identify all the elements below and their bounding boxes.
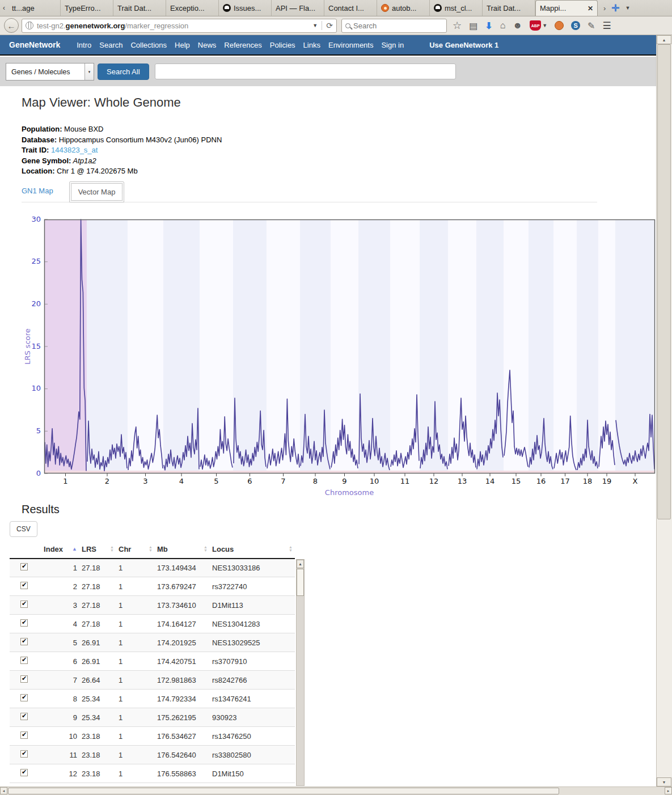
- browser-tab-8[interactable]: mst_cl...: [430, 0, 483, 16]
- home-icon[interactable]: ⌂: [500, 20, 506, 31]
- brand-genenetwork[interactable]: GeneNetwork: [9, 40, 60, 49]
- x-tick-label-14: 14: [479, 477, 501, 485]
- tab-label: mst_cl...: [445, 4, 472, 12]
- browser-tab-9[interactable]: Trait Dat...: [483, 0, 535, 16]
- close-tab-icon[interactable]: ✕: [588, 5, 593, 12]
- column-header-locus[interactable]: Locus▲▼: [210, 542, 295, 559]
- page-horizontal-scrollbar[interactable]: ◂ ▸: [0, 786, 672, 795]
- adblock-icon[interactable]: ABP: [530, 20, 541, 31]
- chat-icon[interactable]: ☻: [513, 20, 522, 31]
- results-table-wrap: Index▲LRS▲▼Chr▲▼Mb▲▼Locus▲▼ 127.181173.1…: [10, 542, 305, 784]
- sort-ascending-icon[interactable]: ▲: [72, 546, 77, 552]
- row-checkbox[interactable]: [20, 694, 28, 701]
- adblock-dropdown-icon[interactable]: ▼: [542, 23, 547, 28]
- browser-tab-6[interactable]: Contact I...: [324, 0, 377, 16]
- column-header-mb[interactable]: Mb▲▼: [155, 542, 210, 559]
- meta-value: Atp1a2: [71, 157, 96, 165]
- table-scroll-thumb[interactable]: [297, 569, 304, 596]
- tab-vector-map[interactable]: Vector Map: [69, 181, 125, 202]
- addon-s-icon[interactable]: S: [571, 21, 580, 30]
- nav-item-sign-in[interactable]: Sign in: [377, 41, 408, 49]
- browser-tab-3[interactable]: Exceptio...: [166, 0, 219, 16]
- sort-icon[interactable]: ▲▼: [110, 545, 114, 552]
- category-select[interactable]: Genes / Molecules ▾: [6, 63, 94, 81]
- browser-tab-10[interactable]: Mappi...✕: [535, 0, 598, 16]
- row-checkbox[interactable]: [20, 619, 28, 627]
- tab-scroll-right-icon[interactable]: ›: [603, 4, 606, 12]
- browser-tab-4[interactable]: Issues...: [219, 0, 272, 16]
- table-row-3: 327.181173.734610D1Mit113: [10, 596, 295, 615]
- row-checkbox[interactable]: [20, 601, 28, 608]
- row-checkbox[interactable]: [20, 675, 28, 683]
- row-checkbox[interactable]: [20, 638, 28, 645]
- tab-scroll-left-icon[interactable]: ‹: [0, 0, 8, 16]
- nav-item-help[interactable]: Help: [171, 41, 194, 49]
- scroll-up-icon[interactable]: ▲: [657, 35, 671, 44]
- vertical-scroll-thumb[interactable]: [657, 44, 671, 519]
- cell-index: 4: [35, 615, 79, 633]
- browser-search-input[interactable]: Search: [341, 19, 447, 33]
- scroll-left-icon[interactable]: ◂: [0, 787, 7, 794]
- browser-url-bar: ← test-gn2.genenetwork.org/marker_regres…: [0, 16, 672, 35]
- browser-tab-5[interactable]: API — Fla...: [272, 0, 324, 16]
- row-checkbox[interactable]: [20, 769, 28, 776]
- row-checkbox[interactable]: [20, 582, 28, 589]
- menu-icon[interactable]: ☰: [603, 20, 611, 32]
- x-tick-label-11: 11: [394, 477, 416, 485]
- tab-label: API — Fla...: [276, 4, 315, 12]
- column-header-chr[interactable]: Chr▲▼: [116, 542, 155, 559]
- nav-item-references[interactable]: References: [220, 41, 265, 49]
- browser-tab-1[interactable]: TypeErro...: [61, 0, 113, 16]
- sort-icon[interactable]: ▲▼: [289, 545, 293, 552]
- browser-tab-0[interactable]: tt...age: [8, 0, 61, 16]
- global-search-input[interactable]: [155, 64, 456, 79]
- browser-tab-2[interactable]: Trait Dat...: [113, 0, 166, 16]
- bookmark-star-icon[interactable]: ☆: [453, 19, 462, 32]
- sort-icon[interactable]: ▲▼: [149, 545, 153, 552]
- results-title: Results: [22, 503, 656, 516]
- tab-gn1-map[interactable]: GN1 Map: [22, 187, 61, 202]
- nav-item-policies[interactable]: Policies: [266, 41, 299, 49]
- table-scrollbar[interactable]: ▲: [296, 559, 305, 786]
- edit-icon[interactable]: ✎: [588, 20, 595, 31]
- select-dropdown-icon[interactable]: ▾: [84, 64, 94, 80]
- reading-list-icon[interactable]: ▤: [469, 20, 477, 31]
- reload-icon[interactable]: ⟳: [322, 21, 333, 30]
- scroll-right-icon[interactable]: ▸: [665, 787, 672, 794]
- column-header-index[interactable]: Index▲: [35, 542, 79, 559]
- nav-item-intro[interactable]: Intro: [73, 41, 95, 49]
- row-checkbox[interactable]: [20, 750, 28, 758]
- meta-value[interactable]: 1443823_s_at: [49, 146, 98, 154]
- page-vertical-scrollbar[interactable]: ▲ ▼: [656, 35, 672, 786]
- nav-item-links[interactable]: Links: [299, 41, 324, 49]
- row-checkbox[interactable]: [20, 731, 28, 739]
- back-button[interactable]: ←: [4, 18, 19, 33]
- row-checkbox[interactable]: [20, 657, 28, 664]
- nav-item-collections[interactable]: Collections: [126, 41, 171, 49]
- table-row-9: 925.341175.262195930923: [10, 708, 295, 727]
- cell-lrs: 23.18: [79, 746, 116, 764]
- nav-item-environments[interactable]: Environments: [324, 41, 377, 49]
- browser-tab-7[interactable]: autob...: [377, 0, 430, 16]
- table-scroll-up-icon[interactable]: ▲: [297, 560, 304, 568]
- scroll-down-icon[interactable]: ▼: [657, 777, 671, 786]
- row-checkbox[interactable]: [20, 713, 28, 720]
- search-all-button[interactable]: Search All: [98, 64, 149, 80]
- nav-item-news[interactable]: News: [194, 41, 221, 49]
- use-genenetwork1-link[interactable]: Use GeneNetwork 1: [429, 41, 498, 49]
- url-field[interactable]: test-gn2.genenetwork.org/marker_regressi…: [22, 19, 337, 33]
- nav-item-search[interactable]: Search: [95, 41, 126, 49]
- tab-list-dropdown-icon[interactable]: ▼: [625, 5, 631, 11]
- csv-export-button[interactable]: CSV: [10, 521, 37, 537]
- cell-locus: rs13476241: [210, 690, 295, 708]
- column-header-lrs[interactable]: LRS▲▼: [79, 542, 116, 559]
- sort-icon[interactable]: ▲▼: [204, 545, 208, 552]
- x-tick-label-10: 10: [363, 477, 386, 485]
- url-dropdown-icon[interactable]: ▼: [312, 23, 318, 28]
- addon-orange-icon[interactable]: [555, 21, 564, 30]
- horizontal-scroll-thumb[interactable]: [8, 788, 559, 794]
- new-tab-button[interactable]: ✛: [611, 2, 619, 14]
- row-checkbox[interactable]: [20, 563, 28, 570]
- downloads-icon[interactable]: ⬇: [485, 20, 492, 31]
- x-tick-label-8: 8: [304, 477, 327, 485]
